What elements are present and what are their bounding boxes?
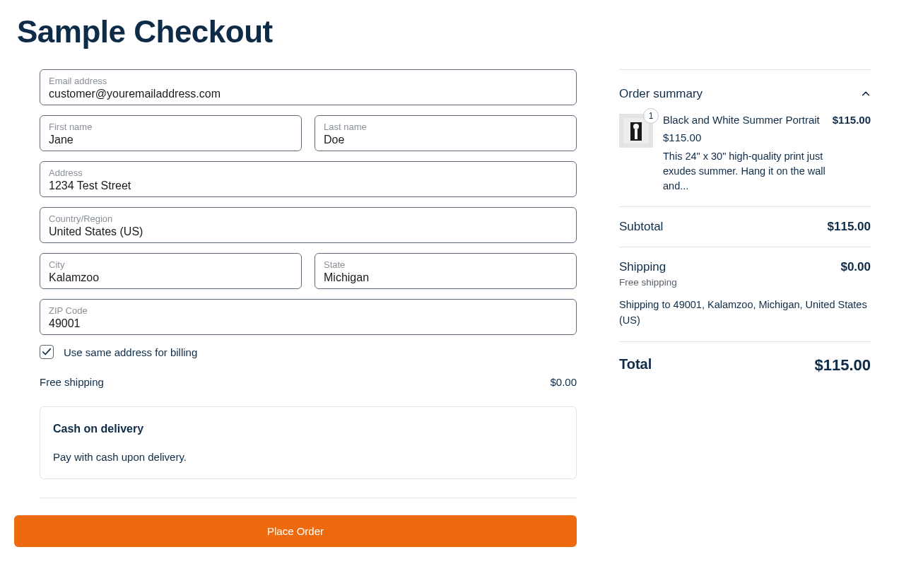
shipping-value: $0.00	[840, 260, 871, 274]
first-name-field-wrapper[interactable]: First name	[40, 115, 302, 151]
email-label: Email address	[49, 76, 568, 86]
billing-same-checkbox[interactable]	[40, 345, 54, 359]
zip-label: ZIP Code	[49, 305, 568, 316]
order-summary-panel: Order summary 1	[619, 69, 871, 547]
order-summary-title: Order summary	[619, 87, 703, 101]
divider	[40, 498, 577, 498]
last-name-field-wrapper[interactable]: Last name	[315, 115, 577, 151]
svg-point-2	[633, 124, 639, 129]
form-shipping-row: Free shipping $0.00	[40, 376, 577, 388]
email-field-wrapper[interactable]: Email address	[40, 69, 577, 105]
form-shipping-price: $0.00	[550, 376, 577, 388]
form-shipping-label: Free shipping	[40, 376, 104, 388]
zip-field-wrapper[interactable]: ZIP Code	[40, 299, 577, 335]
first-name-label: First name	[49, 122, 293, 132]
first-name-input[interactable]	[49, 134, 293, 146]
total-label: Total	[619, 356, 652, 375]
shipping-label: Shipping	[619, 260, 666, 274]
country-label: Country/Region	[49, 213, 568, 224]
address-label: Address	[49, 167, 568, 178]
payment-method-desc: Pay with cash upon delivery.	[53, 451, 563, 463]
billing-same-label: Use same address for billing	[64, 346, 197, 358]
shipping-method: Free shipping	[619, 277, 871, 288]
city-field-wrapper[interactable]: City	[40, 253, 302, 289]
cart-item-desc: This 24" x 30" high-quality print just e…	[663, 149, 840, 194]
total-value: $115.00	[814, 356, 871, 375]
subtotal-row: Subtotal $115.00	[619, 206, 871, 247]
last-name-label: Last name	[324, 122, 568, 132]
cart-item: 1 Black and White Summer Portrait $115.0…	[619, 114, 871, 194]
state-label: State	[324, 259, 568, 270]
subtotal-value: $115.00	[828, 220, 871, 234]
cart-item-line-price: $115.00	[833, 114, 871, 126]
state-input[interactable]	[324, 271, 568, 284]
address-field-wrapper[interactable]: Address	[40, 161, 577, 197]
payment-method-box: Cash on delivery Pay with cash upon deli…	[40, 406, 577, 479]
portrait-thumb-icon	[623, 118, 649, 143]
subtotal-label: Subtotal	[619, 220, 663, 234]
cart-item-unit-price: $115.00	[663, 131, 871, 143]
chevron-up-icon	[861, 89, 871, 99]
country-field-wrapper[interactable]: Country/Region	[40, 207, 577, 243]
svg-rect-5	[637, 129, 640, 139]
place-order-button[interactable]: Place Order	[14, 515, 577, 547]
order-summary-toggle[interactable]: Order summary	[619, 69, 871, 101]
check-icon	[42, 347, 52, 357]
cart-item-qty-badge: 1	[643, 108, 659, 124]
svg-rect-4	[633, 129, 635, 139]
cart-item-name: Black and White Summer Portrait	[663, 114, 820, 126]
checkout-form: Email address First name Last name Addre…	[40, 69, 577, 547]
total-row: Total $115.00	[619, 341, 871, 375]
city-label: City	[49, 259, 293, 270]
city-input[interactable]	[49, 271, 293, 284]
country-input[interactable]	[49, 225, 568, 238]
shipping-row: Shipping $0.00 Free shipping Shipping to…	[619, 247, 871, 341]
address-input[interactable]	[49, 180, 568, 192]
email-input[interactable]	[49, 88, 568, 100]
last-name-input[interactable]	[324, 134, 568, 146]
shipping-to-text: Shipping to 49001, Kalamzoo, Michigan, U…	[619, 298, 871, 329]
page-title: Sample Checkout	[17, 14, 885, 49]
state-field-wrapper[interactable]: State	[315, 253, 577, 289]
zip-input[interactable]	[49, 317, 568, 330]
payment-method-title: Cash on delivery	[53, 423, 563, 435]
